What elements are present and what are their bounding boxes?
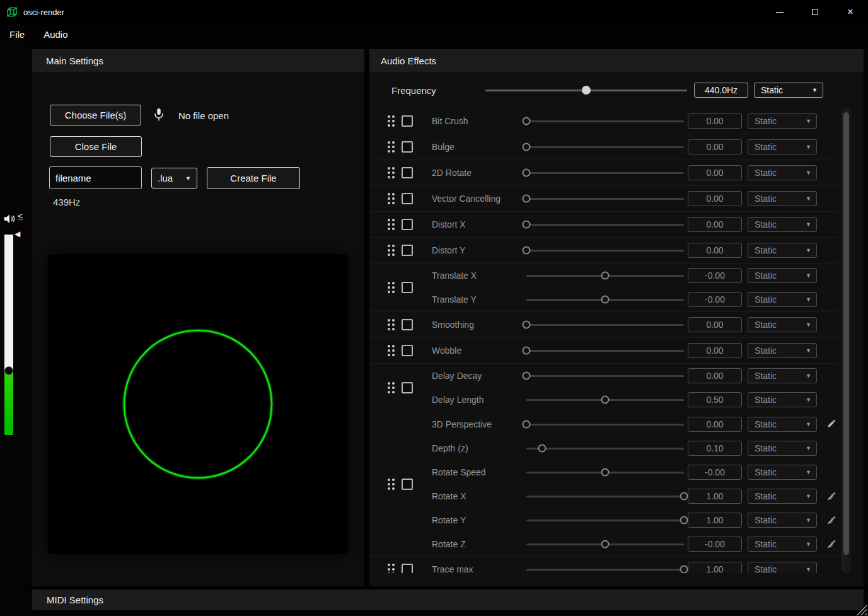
effect-slider[interactable] — [526, 371, 684, 380]
drag-handle-icon[interactable] — [388, 167, 395, 178]
effect-enable-checkbox[interactable] — [402, 245, 413, 256]
effect-value-box[interactable]: 0.00 — [688, 343, 742, 358]
effect-value-box[interactable]: 1.00 — [688, 489, 742, 504]
effect-slider-thumb[interactable] — [601, 296, 610, 304]
volume-thumb[interactable] — [4, 366, 13, 375]
effect-slider-thumb[interactable] — [523, 247, 531, 255]
effect-mode-select[interactable]: Static▼ — [748, 268, 817, 283]
microphone-icon[interactable] — [152, 106, 166, 124]
effect-slider[interactable] — [526, 194, 684, 203]
effect-value-box[interactable]: 0.00 — [688, 191, 742, 206]
effect-slider[interactable] — [526, 540, 684, 549]
effect-slider[interactable] — [526, 220, 684, 229]
midi-learn-icon[interactable]: ♪ — [825, 514, 838, 526]
effect-slider[interactable] — [526, 565, 684, 573]
effect-slider[interactable] — [526, 295, 684, 304]
effect-slider[interactable] — [526, 420, 684, 429]
effects-scrollbar[interactable] — [842, 108, 850, 573]
effect-value-box[interactable]: 0.50 — [688, 392, 742, 407]
effect-slider-thumb[interactable] — [523, 372, 531, 380]
effect-slider-thumb[interactable] — [601, 272, 610, 280]
effect-slider-thumb[interactable] — [523, 195, 531, 203]
effect-value-box[interactable]: 1.00 — [688, 513, 742, 528]
effect-mode-select[interactable]: Static▼ — [748, 243, 817, 258]
effect-mode-select[interactable]: Static▼ — [748, 191, 817, 206]
pencil-edit-icon[interactable] — [825, 419, 838, 430]
effect-slider-thumb[interactable] — [538, 445, 547, 453]
effect-value-box[interactable]: -0.00 — [688, 537, 742, 552]
effect-value-box[interactable]: 0.00 — [688, 368, 742, 383]
volume-slider[interactable] — [4, 235, 13, 435]
effect-slider[interactable] — [526, 246, 684, 255]
effect-enable-checkbox[interactable] — [402, 219, 413, 230]
choose-file-button[interactable]: Choose File(s) — [50, 105, 141, 125]
effect-slider-thumb[interactable] — [601, 468, 610, 477]
effect-mode-select[interactable]: Static▼ — [748, 165, 817, 180]
effect-slider-thumb[interactable] — [523, 117, 531, 125]
effect-slider[interactable] — [526, 516, 684, 525]
drag-handle-icon[interactable] — [388, 245, 395, 256]
effect-mode-select[interactable]: Static▼ — [748, 441, 817, 456]
filename-input[interactable] — [49, 166, 142, 189]
effect-value-box[interactable]: 0.00 — [688, 217, 742, 232]
effect-mode-select[interactable]: Static▼ — [748, 217, 817, 232]
minimize-button[interactable] — [762, 0, 797, 24]
drag-handle-icon[interactable] — [388, 382, 395, 393]
effect-enable-checkbox[interactable] — [402, 141, 413, 153]
effect-mode-select[interactable]: Static▼ — [748, 343, 817, 358]
effect-mode-select[interactable]: Static▼ — [748, 489, 817, 504]
drag-handle-icon[interactable] — [388, 115, 395, 127]
maximize-button[interactable] — [797, 0, 833, 24]
effect-mode-select[interactable]: Static▼ — [748, 562, 817, 573]
effect-slider[interactable] — [526, 117, 684, 125]
midi-learn-icon[interactable]: ♪ — [825, 538, 838, 550]
effect-value-box[interactable]: 0.00 — [688, 243, 742, 258]
effect-mode-select[interactable]: Static▼ — [748, 513, 817, 528]
effect-enable-checkbox[interactable] — [402, 167, 413, 178]
effect-enable-checkbox[interactable] — [402, 193, 413, 204]
effect-mode-select[interactable]: Static▼ — [748, 392, 817, 407]
effect-value-box[interactable]: 0.00 — [688, 139, 742, 154]
effect-slider[interactable] — [526, 468, 684, 477]
frequency-slider-thumb[interactable] — [582, 86, 591, 95]
effect-slider[interactable] — [526, 168, 684, 177]
effect-mode-select[interactable]: Static▼ — [748, 368, 817, 383]
effect-value-box[interactable]: 0.00 — [688, 165, 742, 180]
effect-mode-select[interactable]: Static▼ — [748, 417, 817, 432]
effect-slider-thumb[interactable] — [680, 566, 688, 574]
effect-value-box[interactable]: 0.00 — [688, 417, 742, 432]
effect-slider-thumb[interactable] — [680, 516, 688, 525]
frequency-mode-select[interactable]: Static ▼ — [754, 83, 823, 98]
drag-handle-icon[interactable] — [388, 564, 395, 573]
effect-enable-checkbox[interactable] — [402, 382, 413, 393]
file-extension-select[interactable]: .lua ▼ — [151, 168, 197, 189]
effect-slider-thumb[interactable] — [601, 396, 610, 404]
drag-handle-icon[interactable] — [388, 282, 395, 293]
effect-slider[interactable] — [526, 320, 684, 329]
drag-handle-icon[interactable] — [388, 479, 395, 490]
create-file-button[interactable]: Create File — [207, 167, 300, 189]
effect-value-box[interactable]: 0.00 — [688, 317, 742, 332]
frequency-slider[interactable] — [485, 86, 687, 95]
drag-handle-icon[interactable] — [388, 345, 395, 356]
effect-value-box[interactable]: 0.00 — [688, 113, 742, 129]
midi-learn-icon[interactable]: ♪ — [825, 491, 838, 502]
effect-slider[interactable] — [526, 142, 684, 151]
effect-slider[interactable] — [526, 395, 684, 404]
drag-handle-icon[interactable] — [388, 141, 395, 153]
close-file-button[interactable]: Close File — [50, 136, 142, 157]
effect-slider[interactable] — [526, 346, 684, 355]
drag-handle-icon[interactable] — [388, 219, 395, 230]
effect-mode-select[interactable]: Static▼ — [748, 537, 817, 552]
menu-audio[interactable]: Audio — [34, 29, 77, 40]
midi-settings-bar[interactable]: MIDI Settings — [32, 590, 864, 610]
menu-file[interactable]: File — [0, 29, 34, 40]
effect-enable-checkbox[interactable] — [402, 479, 413, 490]
close-button[interactable]: × — [833, 0, 868, 24]
effect-enable-checkbox[interactable] — [402, 345, 413, 356]
effect-value-box[interactable]: -0.00 — [688, 268, 742, 283]
effect-slider-thumb[interactable] — [523, 221, 531, 229]
effect-value-box[interactable]: 1.00 — [688, 562, 742, 573]
effect-value-box[interactable]: -0.00 — [688, 465, 742, 480]
effect-slider-thumb[interactable] — [523, 143, 531, 151]
